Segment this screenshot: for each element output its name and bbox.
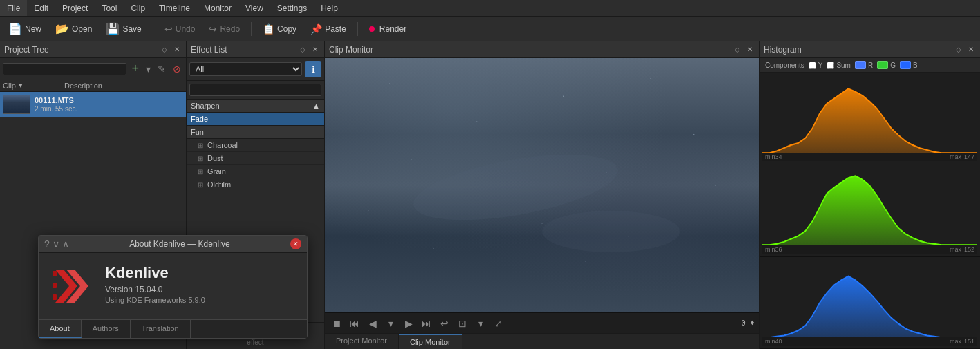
about-dialog-title: About Kdenlive — Kdenlive xyxy=(129,239,229,249)
monitor-step-forward-button[interactable]: ⏭ xyxy=(419,316,434,331)
menu-clip[interactable]: Clip xyxy=(124,0,152,16)
svg-marker-2 xyxy=(762,276,977,337)
clip-filename: 00111.MTS xyxy=(35,96,77,104)
toolbar: 📄 New 📂 Open 💾 Save ↩ Undo ↪ Redo 📋 Copy… xyxy=(0,17,980,41)
r-max-val: 147 xyxy=(964,153,974,160)
svg-rect-8 xyxy=(53,294,57,300)
about-app-name: Kdenlive xyxy=(105,264,296,282)
histogram-header: Histogram ◇ ✕ xyxy=(760,41,980,58)
redo-button[interactable]: ↪ Redo xyxy=(203,21,245,37)
paste-icon: 📌 xyxy=(310,23,322,35)
clip-monitor-header: Clip Monitor ◇ ✕ xyxy=(325,41,759,58)
project-monitor-tab[interactable]: Project Monitor xyxy=(325,334,399,349)
effect-info-button[interactable]: ℹ xyxy=(305,61,321,77)
monitor-play-forward-button[interactable]: ▶ xyxy=(401,316,416,331)
monitor-step-back-button[interactable]: ⏮ xyxy=(347,316,362,331)
clip-monitor-tab[interactable]: Clip Monitor xyxy=(399,334,462,349)
effect-list-close-button[interactable]: ✕ xyxy=(310,45,320,55)
new-label: New xyxy=(25,24,41,34)
b-minmax: min 40 max 151 xyxy=(762,337,977,346)
undo-button[interactable]: ↩ Undo xyxy=(159,21,201,37)
about-help-icon[interactable]: ? xyxy=(44,238,50,249)
effect-search-input[interactable] xyxy=(189,84,321,96)
b-canvas xyxy=(762,258,977,337)
y-checkbox[interactable] xyxy=(809,62,816,69)
delete-clip-button[interactable]: ⊘ xyxy=(171,63,183,75)
histogram-close-button[interactable]: ✕ xyxy=(966,45,976,55)
histogram-pin-button[interactable]: ◇ xyxy=(954,45,963,55)
project-tree-header: Project Tree ◇ ✕ xyxy=(0,41,186,58)
histogram-title: Histogram xyxy=(764,45,802,55)
g-min-val: 36 xyxy=(775,246,782,253)
dust-icon: ⊞ xyxy=(198,155,203,162)
edit-clip-button[interactable]: ✎ xyxy=(156,63,168,75)
menu-file[interactable]: File xyxy=(0,0,27,16)
menu-help[interactable]: Help xyxy=(314,0,345,16)
menu-view[interactable]: View xyxy=(238,0,270,16)
monitor-dropdown-button[interactable]: ▾ xyxy=(383,316,398,331)
g-label: G xyxy=(890,62,896,69)
about-tab-translation[interactable]: Translation xyxy=(131,320,191,338)
new-button[interactable]: 📄 New xyxy=(3,19,47,38)
effect-item-oldfilm[interactable]: ⊞ Oldfilm xyxy=(187,178,324,191)
menu-settings[interactable]: Settings xyxy=(270,0,314,16)
monitor-play-back-button[interactable]: ◀ xyxy=(365,316,380,331)
monitor-loop-button[interactable]: ↩ xyxy=(437,316,452,331)
toolbar-separator-3 xyxy=(357,22,358,36)
clip-list-item[interactable]: 00111.MTS 2 min. 55 sec. xyxy=(0,92,186,117)
effect-category-sharpen[interactable]: Sharpen ▲ xyxy=(187,100,324,113)
render-button[interactable]: Render xyxy=(364,21,412,37)
about-titlebar: ? ∨ ∧ About Kdenlive — Kdenlive ✕ xyxy=(39,236,307,253)
clip-duration: 2 min. 55 sec. xyxy=(35,105,77,113)
effect-item-grain[interactable]: ⊞ Grain xyxy=(187,165,324,178)
effect-category-fun[interactable]: Fun xyxy=(187,126,324,139)
monitor-fullscreen-button[interactable]: ⤢ xyxy=(491,316,506,331)
project-tree-controls: ◇ ✕ xyxy=(160,45,182,55)
about-dialog-close-button[interactable]: ✕ xyxy=(290,238,301,249)
clip-monitor-panel: Clip Monitor ◇ ✕ ⏹ ⏮ ◀ ▾ ▶ ⏭ ↩ ⊡ ▾ ⤢ 0 ♦ xyxy=(325,41,759,349)
copy-label: Copy xyxy=(277,24,296,34)
r-min-val: 34 xyxy=(775,153,782,160)
menu-tool[interactable]: Tool xyxy=(95,0,124,16)
paste-button[interactable]: 📌 Paste xyxy=(305,21,352,37)
sum-checkbox[interactable] xyxy=(827,62,834,69)
effect-category-fade[interactable]: Fade xyxy=(187,113,324,126)
menu-monitor[interactable]: Monitor xyxy=(197,0,238,16)
b-color-box xyxy=(900,61,911,69)
about-app-info: Kdenlive Version 15.04.0 Using KDE Frame… xyxy=(105,264,296,304)
project-tree-search-input[interactable] xyxy=(3,63,126,75)
clip-info: 00111.MTS 2 min. 55 sec. xyxy=(35,96,77,113)
clip-monitor-close-button[interactable]: ✕ xyxy=(745,45,755,55)
effect-list-pin-button[interactable]: ◇ xyxy=(298,45,308,55)
monitor-timecode: 0 ♦ xyxy=(741,319,755,328)
about-tab-authors[interactable]: Authors xyxy=(82,320,131,338)
histogram-charts-area: min 34 max 147 xyxy=(760,73,980,349)
about-expand-icon[interactable]: ∧ xyxy=(62,238,69,249)
add-clip-button[interactable]: + xyxy=(129,61,141,77)
clip-monitor-pin-button[interactable]: ◇ xyxy=(733,45,742,55)
save-button[interactable]: 💾 Save xyxy=(100,19,147,38)
about-minimize-icon[interactable]: ∨ xyxy=(53,238,59,249)
menu-timeline[interactable]: Timeline xyxy=(152,0,197,16)
effect-item-charcoal[interactable]: ⊞ Charcoal xyxy=(187,139,324,152)
effect-list-controls: ◇ ✕ xyxy=(298,45,320,55)
copy-button[interactable]: 📋 Copy xyxy=(257,21,302,37)
sum-checkbox-group: Sum xyxy=(827,62,851,69)
effect-category-select[interactable]: All Video Audio xyxy=(189,62,302,76)
menu-project[interactable]: Project xyxy=(55,0,95,16)
project-tree-pin-button[interactable]: ◇ xyxy=(160,45,169,55)
effect-item-dust[interactable]: ⊞ Dust xyxy=(187,152,324,165)
clip-menu-button[interactable]: ▾ xyxy=(144,63,153,75)
components-label: Components xyxy=(765,62,804,69)
monitor-zone-button[interactable]: ⊡ xyxy=(455,316,470,331)
open-button[interactable]: 📂 Open xyxy=(50,19,97,38)
grain-icon: ⊞ xyxy=(198,168,203,176)
r-label: R xyxy=(868,62,873,69)
monitor-in-button[interactable]: ▾ xyxy=(473,316,488,331)
clip-list-header: Clip ▾ Description xyxy=(0,79,186,92)
redo-label: Redo xyxy=(220,24,240,34)
project-tree-close-button[interactable]: ✕ xyxy=(172,45,182,55)
about-tab-about[interactable]: About xyxy=(39,320,82,338)
monitor-stop-button[interactable]: ⏹ xyxy=(329,316,344,331)
menu-edit[interactable]: Edit xyxy=(27,0,55,16)
